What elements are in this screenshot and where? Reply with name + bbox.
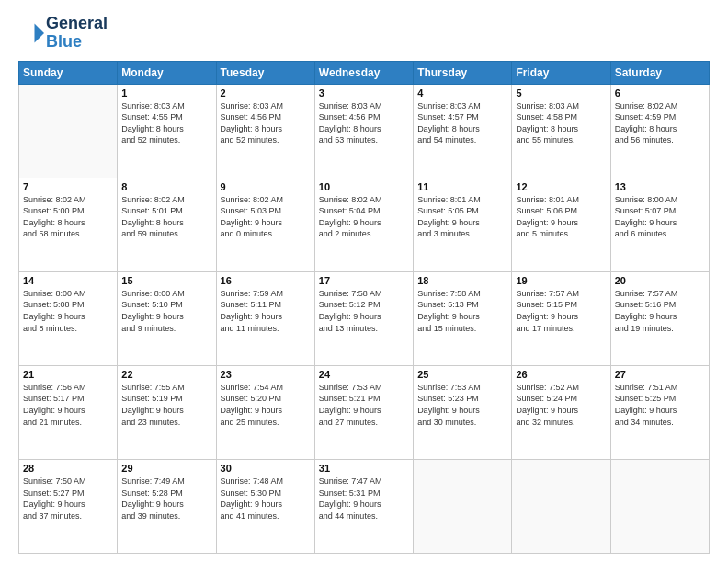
day-number: 17 — [319, 275, 409, 286]
calendar-day-cell: 22Sunrise: 7:55 AM Sunset: 5:19 PM Dayli… — [118, 365, 216, 459]
logo: General Blue — [18, 15, 108, 52]
weekday-header: Thursday — [414, 61, 512, 84]
day-number: 15 — [121, 275, 211, 286]
calendar-day-cell: 15Sunrise: 8:00 AM Sunset: 5:10 PM Dayli… — [118, 271, 216, 365]
day-info: Sunrise: 8:02 AM Sunset: 4:59 PM Dayligh… — [615, 100, 705, 146]
day-number: 16 — [221, 275, 311, 286]
day-number: 5 — [516, 87, 606, 98]
calendar-day-cell: 6Sunrise: 8:02 AM Sunset: 4:59 PM Daylig… — [610, 84, 709, 178]
day-info: Sunrise: 7:58 AM Sunset: 5:12 PM Dayligh… — [319, 288, 409, 334]
calendar-day-cell: 18Sunrise: 7:58 AM Sunset: 5:13 PM Dayli… — [414, 271, 512, 365]
calendar-day-cell: 27Sunrise: 7:51 AM Sunset: 5:25 PM Dayli… — [610, 365, 709, 459]
day-info: Sunrise: 8:00 AM Sunset: 5:07 PM Dayligh… — [615, 194, 705, 240]
day-number: 3 — [319, 87, 409, 98]
day-number: 18 — [417, 275, 507, 286]
header: General Blue — [18, 15, 710, 52]
calendar-day-cell: 2Sunrise: 8:03 AM Sunset: 4:56 PM Daylig… — [216, 84, 314, 178]
day-number: 7 — [23, 181, 113, 192]
day-info: Sunrise: 7:53 AM Sunset: 5:21 PM Dayligh… — [319, 382, 409, 428]
calendar-day-cell: 21Sunrise: 7:56 AM Sunset: 5:17 PM Dayli… — [19, 365, 118, 459]
day-info: Sunrise: 7:54 AM Sunset: 5:20 PM Dayligh… — [221, 382, 311, 428]
day-info: Sunrise: 8:03 AM Sunset: 4:57 PM Dayligh… — [417, 100, 507, 146]
day-info: Sunrise: 7:48 AM Sunset: 5:30 PM Dayligh… — [221, 476, 311, 522]
calendar-day-cell: 17Sunrise: 7:58 AM Sunset: 5:12 PM Dayli… — [314, 271, 413, 365]
day-info: Sunrise: 7:56 AM Sunset: 5:17 PM Dayligh… — [23, 382, 113, 428]
day-number: 30 — [221, 463, 311, 474]
day-number: 14 — [23, 275, 113, 286]
day-number: 26 — [516, 369, 606, 380]
logo-text: General Blue — [46, 15, 108, 52]
calendar-day-cell: 19Sunrise: 7:57 AM Sunset: 5:15 PM Dayli… — [512, 271, 610, 365]
calendar-day-cell — [610, 459, 709, 553]
day-number: 28 — [23, 463, 113, 474]
day-info: Sunrise: 8:03 AM Sunset: 4:58 PM Dayligh… — [516, 100, 606, 146]
day-number: 10 — [319, 181, 409, 192]
page: General Blue SundayMondayTuesdayWednesda… — [0, 0, 728, 563]
day-number: 29 — [121, 463, 211, 474]
calendar-day-cell: 9Sunrise: 8:02 AM Sunset: 5:03 PM Daylig… — [216, 178, 314, 271]
calendar-day-cell: 20Sunrise: 7:57 AM Sunset: 5:16 PM Dayli… — [610, 271, 709, 365]
day-number: 31 — [319, 463, 409, 474]
calendar-day-cell: 28Sunrise: 7:50 AM Sunset: 5:27 PM Dayli… — [19, 459, 118, 553]
calendar-day-cell: 12Sunrise: 8:01 AM Sunset: 5:06 PM Dayli… — [512, 178, 610, 271]
calendar-week-row: 1Sunrise: 8:03 AM Sunset: 4:55 PM Daylig… — [19, 84, 710, 178]
calendar-day-cell: 5Sunrise: 8:03 AM Sunset: 4:58 PM Daylig… — [512, 84, 610, 178]
day-info: Sunrise: 8:02 AM Sunset: 5:00 PM Dayligh… — [23, 194, 113, 240]
weekday-header: Tuesday — [216, 61, 314, 84]
day-number: 8 — [121, 181, 211, 192]
day-info: Sunrise: 7:51 AM Sunset: 5:25 PM Dayligh… — [615, 382, 705, 428]
calendar-day-cell: 23Sunrise: 7:54 AM Sunset: 5:20 PM Dayli… — [216, 365, 314, 459]
logo-icon — [18, 20, 44, 46]
day-info: Sunrise: 8:03 AM Sunset: 4:56 PM Dayligh… — [319, 100, 409, 146]
day-info: Sunrise: 7:47 AM Sunset: 5:31 PM Dayligh… — [319, 476, 409, 522]
day-number: 9 — [221, 181, 311, 192]
day-number: 11 — [417, 181, 507, 192]
calendar-table: SundayMondayTuesdayWednesdayThursdayFrid… — [18, 61, 710, 554]
day-number: 23 — [221, 369, 311, 380]
day-info: Sunrise: 8:02 AM Sunset: 5:03 PM Dayligh… — [221, 194, 311, 240]
day-info: Sunrise: 7:50 AM Sunset: 5:27 PM Dayligh… — [23, 476, 113, 522]
calendar-day-cell: 1Sunrise: 8:03 AM Sunset: 4:55 PM Daylig… — [118, 84, 216, 178]
day-number: 6 — [615, 87, 705, 98]
day-number: 24 — [319, 369, 409, 380]
day-info: Sunrise: 7:57 AM Sunset: 5:16 PM Dayligh… — [615, 288, 705, 334]
calendar-day-cell: 14Sunrise: 8:00 AM Sunset: 5:08 PM Dayli… — [19, 271, 118, 365]
calendar-day-cell: 31Sunrise: 7:47 AM Sunset: 5:31 PM Dayli… — [314, 459, 413, 553]
calendar-header-row: SundayMondayTuesdayWednesdayThursdayFrid… — [19, 61, 710, 84]
day-number: 2 — [221, 87, 311, 98]
calendar-day-cell: 7Sunrise: 8:02 AM Sunset: 5:00 PM Daylig… — [19, 178, 118, 271]
calendar-day-cell — [512, 459, 610, 553]
calendar-week-row: 7Sunrise: 8:02 AM Sunset: 5:00 PM Daylig… — [19, 178, 710, 271]
weekday-header: Sunday — [19, 61, 118, 84]
day-info: Sunrise: 7:55 AM Sunset: 5:19 PM Dayligh… — [121, 382, 211, 428]
svg-marker-0 — [35, 23, 45, 42]
calendar-day-cell: 26Sunrise: 7:52 AM Sunset: 5:24 PM Dayli… — [512, 365, 610, 459]
day-info: Sunrise: 8:02 AM Sunset: 5:01 PM Dayligh… — [121, 194, 211, 240]
day-number: 4 — [417, 87, 507, 98]
weekday-header: Friday — [512, 61, 610, 84]
day-info: Sunrise: 8:01 AM Sunset: 5:06 PM Dayligh… — [516, 194, 606, 240]
day-info: Sunrise: 7:49 AM Sunset: 5:28 PM Dayligh… — [121, 476, 211, 522]
day-info: Sunrise: 8:03 AM Sunset: 4:56 PM Dayligh… — [221, 100, 311, 146]
day-info: Sunrise: 8:03 AM Sunset: 4:55 PM Dayligh… — [121, 100, 211, 146]
calendar-day-cell: 8Sunrise: 8:02 AM Sunset: 5:01 PM Daylig… — [118, 178, 216, 271]
calendar-day-cell: 3Sunrise: 8:03 AM Sunset: 4:56 PM Daylig… — [314, 84, 413, 178]
calendar-day-cell: 11Sunrise: 8:01 AM Sunset: 5:05 PM Dayli… — [414, 178, 512, 271]
calendar-day-cell — [414, 459, 512, 553]
day-number: 1 — [121, 87, 211, 98]
calendar-day-cell: 30Sunrise: 7:48 AM Sunset: 5:30 PM Dayli… — [216, 459, 314, 553]
day-info: Sunrise: 8:01 AM Sunset: 5:05 PM Dayligh… — [417, 194, 507, 240]
day-number: 27 — [615, 369, 705, 380]
calendar-day-cell: 16Sunrise: 7:59 AM Sunset: 5:11 PM Dayli… — [216, 271, 314, 365]
calendar-day-cell — [19, 84, 118, 178]
day-number: 25 — [417, 369, 507, 380]
day-info: Sunrise: 7:57 AM Sunset: 5:15 PM Dayligh… — [516, 288, 606, 334]
day-info: Sunrise: 7:52 AM Sunset: 5:24 PM Dayligh… — [516, 382, 606, 428]
day-info: Sunrise: 7:59 AM Sunset: 5:11 PM Dayligh… — [221, 288, 311, 334]
calendar-day-cell: 29Sunrise: 7:49 AM Sunset: 5:28 PM Dayli… — [118, 459, 216, 553]
day-number: 21 — [23, 369, 113, 380]
weekday-header: Monday — [118, 61, 216, 84]
calendar-day-cell: 10Sunrise: 8:02 AM Sunset: 5:04 PM Dayli… — [314, 178, 413, 271]
calendar-week-row: 14Sunrise: 8:00 AM Sunset: 5:08 PM Dayli… — [19, 271, 710, 365]
calendar-week-row: 21Sunrise: 7:56 AM Sunset: 5:17 PM Dayli… — [19, 365, 710, 459]
